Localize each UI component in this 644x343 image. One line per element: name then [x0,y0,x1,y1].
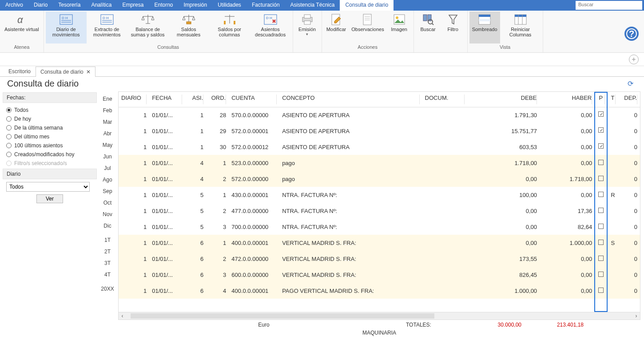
ribbon-reiniciar[interactable]: Reiniciar Columnas [500,12,541,43]
col-dep-[interactable]: DEP. [618,92,640,107]
month-3t[interactable]: 3T [97,257,118,269]
menu-item-tesorer-a[interactable]: Tesorería [53,0,86,11]
month-dic[interactable]: Dic [97,220,118,232]
diario-header: Diario [3,169,97,179]
col-asi-[interactable]: ASI. [185,92,207,107]
col-fecha[interactable]: FECHA [149,92,184,107]
month-ago[interactable]: Ago [97,174,118,185]
menu-item-impresi-n[interactable]: Impresión [178,0,212,11]
table-row[interactable]: 101/01/...62472.0.0.00000VERTICAL MADRID… [119,251,640,267]
ribbon-sombreado[interactable]: Sombreado [469,12,500,43]
ribbon-saldos-col[interactable]: Saldos por columnas [209,12,250,43]
table-row[interactable]: 101/01/...52477.0.0.00000NTRA. FACTURA N… [119,203,640,219]
month-ene[interactable]: Ene [97,93,118,105]
month-jul[interactable]: Jul [97,162,118,174]
table-row[interactable]: 101/01/...63600.0.0.00000VERTICAL MADRID… [119,267,640,283]
month-jun[interactable]: Jun [97,151,118,162]
table-row[interactable]: 101/01/...41523.0.0.00000pago1.718,000,0… [119,155,640,171]
col-cuenta[interactable]: CUENTA [229,92,279,107]
add-tab-button[interactable]: + [629,55,639,64]
cell: 1.718,00 [467,155,540,171]
p-checkbox[interactable] [598,208,604,213]
global-search-input[interactable] [576,1,642,8]
month-mar[interactable]: Mar [97,116,118,128]
diario-select[interactable]: Todos [6,182,90,192]
p-checkbox[interactable] [598,192,604,197]
month-oct[interactable]: Oct [97,197,118,209]
p-checkbox[interactable] [598,240,604,245]
col-diario[interactable]: DIARIO [119,92,149,107]
p-checkbox[interactable] [598,127,604,133]
month-feb[interactable]: Feb [97,105,118,116]
table-row[interactable]: 101/01/...61400.0.0.00001VERTICAL MADRID… [119,235,640,251]
p-checkbox[interactable] [598,256,604,261]
horizontal-scrollbar[interactable]: ‹ › [119,312,640,319]
emision-icon [300,13,314,26]
menu-item-entorno[interactable]: Entorno [149,0,178,11]
radio-del-ltimo-mes[interactable]: Del último mes [4,132,95,141]
ribbon-balance[interactable]: Balance de sumas y saldos [127,12,168,43]
ribbon-diario-mov[interactable]: D HDiario de movimientos [46,12,87,43]
ribbon-modificar[interactable]: Modificar [324,12,349,43]
close-tab-icon[interactable]: ✕ [86,69,91,75]
menu-item-empresa[interactable]: Empresa [117,0,149,11]
radio-100-ltimos-asientos[interactable]: 100 últimos asientos [4,141,95,150]
p-checkbox[interactable] [598,111,604,117]
table-row[interactable]: 101/01/...128570.0.0.00000ASIENTO DE APE… [119,107,640,123]
refresh-icon[interactable]: ⟳ [628,79,637,88]
ribbon-emision[interactable]: Emisión▾ [295,12,320,43]
col-p[interactable]: P [595,92,607,107]
ribbon-asientos-desc[interactable]: D H✖Asientos descuadrados [250,12,291,43]
month-abr[interactable]: Abr [97,128,118,139]
scroll-left-arrow[interactable]: ‹ [119,313,126,319]
col-debe[interactable]: DEBE [467,92,540,107]
p-checkbox[interactable] [598,143,604,149]
p-checkbox[interactable] [598,272,604,277]
month-1t[interactable]: 1T [97,234,118,246]
radio-todos[interactable]: Todos [4,106,95,114]
table-row[interactable]: 101/01/...129572.0.0.00001ASIENTO DE APE… [119,123,640,139]
p-checkbox[interactable] [598,176,604,181]
table-row[interactable]: 101/01/...64400.0.0.00001PAGO VERTICAL M… [119,283,640,299]
menu-item-archivo[interactable]: Archivo [0,0,28,11]
col-haber[interactable]: HABER [540,92,595,107]
ribbon-observaciones[interactable]: Observaciones [349,12,386,43]
col-ord-[interactable]: ORD. [206,92,229,107]
ribbon-filtro[interactable]: Filtro [441,12,465,43]
menu-item-facturaci-n[interactable]: Facturación [246,0,285,11]
menu-item-asistencia-t-cnica[interactable]: Asistencia Técnica [285,0,340,11]
ribbon-ribbon-buscar[interactable]: Buscar [416,12,441,43]
p-checkbox[interactable] [598,288,604,293]
table-row[interactable]: 101/01/...42572.0.0.00000pago0,001.718,0… [119,171,640,187]
table-row[interactable]: 101/01/...130572.0.0.00012ASIENTO DE APE… [119,139,640,155]
ribbon-imagen[interactable]: Imagen [387,12,412,43]
ribbon-asistente[interactable]: αAsistente virtual [2,12,42,43]
month-nov[interactable]: Nov [97,209,118,220]
month-2t[interactable]: 2T [97,246,118,257]
month-sep[interactable]: Sep [97,185,118,197]
menu-item-consulta-de-diario[interactable]: Consulta de diario [340,0,394,11]
month-4t[interactable]: 4T [97,269,118,280]
col-docum-[interactable]: DOCUM. [422,92,468,107]
ribbon-saldos-mens[interactable]: Saldos mensuales [168,12,209,43]
tab-consulta-de-diario[interactable]: Consulta de diario✕ [36,67,95,77]
menu-item-utilidades[interactable]: Utilidades [212,0,246,11]
month-20xx[interactable]: 20XX [97,283,118,295]
radio-creados-modificados-hoy[interactable]: Creados/modificados hoy [4,150,95,159]
ribbon-extracto[interactable]: D HExtracto de movimientos [87,12,127,43]
p-checkbox[interactable] [598,160,604,165]
p-checkbox[interactable] [598,224,604,229]
col-concepto[interactable]: CONCEPTO [279,92,422,107]
radio-de-hoy[interactable]: De hoy [4,114,95,123]
col-t[interactable]: T [608,92,618,107]
radio-de-la-ltima-semana[interactable]: De la última semana [4,123,95,132]
table-row[interactable]: 101/01/...53700.0.0.00000NTRA. FACTURA N… [119,219,640,235]
menu-item-diario[interactable]: Diario [28,0,53,11]
menu-item-anal-tica[interactable]: Analítica [86,0,117,11]
ver-button[interactable]: Ver [36,194,63,203]
help-button[interactable]: ? [624,27,639,41]
month-may[interactable]: May [97,139,118,151]
table-row[interactable]: 101/01/...51430.0.0.00001NTRA. FACTURA N… [119,187,640,203]
tab-escritorio[interactable]: Escritorio [4,66,36,76]
scroll-right-arrow[interactable]: › [632,313,640,319]
